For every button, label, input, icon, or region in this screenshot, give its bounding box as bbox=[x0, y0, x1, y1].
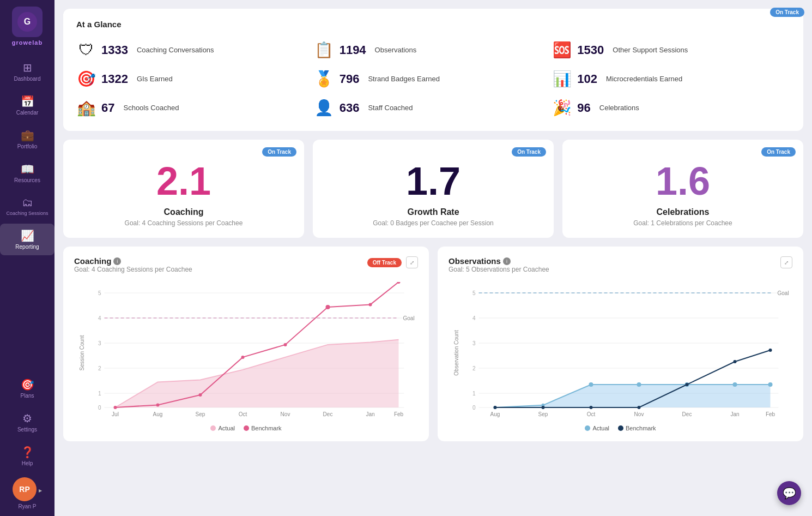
sidebar-item-reporting[interactable]: 📈 Reporting bbox=[0, 224, 54, 255]
settings-icon: ⚙ bbox=[22, 412, 32, 425]
coaching-chart-svg-wrap: Session Count 5 4 Goal 3 2 1 0 bbox=[74, 282, 418, 421]
coaching-chart-header: Coaching i Goal: 4 Coaching Sessions per… bbox=[74, 256, 418, 280]
stat-label: Other Support Sessions bbox=[613, 46, 688, 54]
observations-chart-svg-wrap: Observation Count 5 Goal 4 3 2 1 bbox=[449, 282, 792, 421]
stat-coaching-conversations: 🛡 1333 Coaching Conversations bbox=[76, 38, 314, 62]
sidebar: G growelab ⊞ Dashboard 📅 Calendar 💼 Port… bbox=[0, 0, 54, 516]
avatar[interactable]: RP bbox=[13, 477, 37, 501]
svg-text:G: G bbox=[24, 17, 31, 26]
metric-goal-growth-rate: Goal: 0 Badges per Coachee per Session bbox=[324, 219, 543, 227]
svg-text:Session Count: Session Count bbox=[79, 335, 85, 370]
svg-text:Oct: Oct bbox=[239, 411, 247, 417]
sidebar-item-resources[interactable]: 📖 Resources bbox=[0, 157, 54, 189]
svg-text:Oct: Oct bbox=[587, 411, 596, 417]
logo[interactable]: G bbox=[12, 7, 43, 37]
svg-text:Jul: Jul bbox=[112, 411, 119, 417]
svg-text:Nov: Nov bbox=[281, 411, 290, 417]
stat-number: 1530 bbox=[577, 43, 604, 57]
plans-icon: 🎯 bbox=[21, 378, 34, 391]
metric-value-growth-rate: 1.7 bbox=[324, 161, 543, 201]
observations-icon: 📋 bbox=[314, 41, 334, 59]
strand-badges-icon: 🏅 bbox=[314, 70, 334, 88]
metric-card-celebrations: On Track 1.6 Celebrations Goal: 1 Celebr… bbox=[562, 140, 803, 238]
stat-label: Strand Badges Earned bbox=[368, 75, 440, 83]
stat-number: 1322 bbox=[101, 72, 128, 86]
celebrations-icon: 🎉 bbox=[552, 99, 572, 117]
stat-staff-coached: 👤 636 Staff Coached bbox=[314, 95, 553, 120]
svg-point-66 bbox=[686, 383, 689, 386]
stat-label: Celebrations bbox=[599, 104, 639, 112]
svg-text:5: 5 bbox=[472, 290, 476, 296]
coaching-chart-badges: Off Track ⤢ bbox=[367, 256, 418, 268]
stat-other-support: 🆘 1530 Other Support Sessions bbox=[552, 38, 790, 62]
off-track-badge: Off Track bbox=[367, 258, 402, 267]
svg-point-28 bbox=[241, 356, 245, 359]
on-track-badge-obs: On Track bbox=[770, 8, 804, 17]
observations-chart-legend: Actual Benchmark bbox=[449, 425, 792, 431]
svg-point-29 bbox=[284, 343, 287, 346]
coaching-chart-legend: Actual Benchmark bbox=[74, 425, 418, 431]
stat-number: 96 bbox=[577, 101, 590, 115]
svg-point-27 bbox=[199, 393, 202, 397]
svg-point-25 bbox=[114, 406, 117, 409]
svg-text:Observation Count: Observation Count bbox=[453, 330, 459, 376]
svg-text:Dec: Dec bbox=[323, 411, 333, 417]
stat-number: 1194 bbox=[340, 43, 366, 57]
actual-dot bbox=[210, 425, 216, 431]
stat-label: Coaching Conversations bbox=[137, 46, 214, 54]
svg-point-64 bbox=[590, 406, 593, 409]
stat-label: Schools Coached bbox=[123, 104, 179, 112]
svg-text:Feb: Feb bbox=[394, 411, 404, 417]
svg-text:Dec: Dec bbox=[682, 411, 692, 417]
svg-text:2: 2 bbox=[472, 365, 476, 371]
svg-point-58 bbox=[637, 382, 641, 387]
coaching-chart-title: Coaching bbox=[74, 256, 111, 266]
metric-name-growth-rate: Growth Rate bbox=[324, 207, 543, 217]
expand-coaching-chart-button[interactable]: ⤢ bbox=[406, 256, 418, 268]
observations-chart-card: Observations i Goal: 5 Observations per … bbox=[438, 247, 803, 441]
help-icon: ❓ bbox=[21, 446, 34, 459]
metric-name-celebrations: Celebrations bbox=[573, 207, 792, 217]
sidebar-item-portfolio[interactable]: 💼 Portfolio bbox=[0, 123, 54, 155]
observations-chart-svg: Observation Count 5 Goal 4 3 2 1 bbox=[449, 282, 792, 418]
obs-actual-area bbox=[495, 385, 771, 407]
legend-obs-actual: Actual bbox=[585, 425, 609, 431]
expand-observations-chart-button[interactable]: ⤢ bbox=[780, 256, 792, 268]
sidebar-item-dashboard[interactable]: ⊞ Dashboard bbox=[0, 56, 54, 87]
coaching-chart-card: Coaching i Goal: 4 Coaching Sessions per… bbox=[63, 247, 429, 441]
svg-point-65 bbox=[638, 406, 641, 409]
obs-benchmark-dot bbox=[618, 425, 623, 431]
svg-text:4: 4 bbox=[98, 315, 101, 321]
schools-coached-icon: 🏫 bbox=[76, 99, 96, 117]
sidebar-item-coaching-sessions[interactable]: 🗂 Coaching Sessions bbox=[0, 191, 54, 221]
observations-info-icon[interactable]: i bbox=[503, 257, 511, 265]
svg-text:2: 2 bbox=[98, 365, 101, 371]
stat-number: 102 bbox=[577, 72, 597, 86]
coaching-info-icon[interactable]: i bbox=[113, 257, 121, 265]
sidebar-item-settings[interactable]: ⚙ Settings bbox=[0, 406, 54, 438]
stat-number: 636 bbox=[340, 101, 360, 115]
sidebar-item-calendar[interactable]: 📅 Calendar bbox=[0, 89, 54, 121]
metric-name-coaching: Coaching bbox=[74, 207, 293, 217]
sidebar-item-plans[interactable]: 🎯 Plans bbox=[0, 373, 54, 404]
stats-grid: 🛡 1333 Coaching Conversations 📋 1194 Obs… bbox=[76, 38, 790, 120]
stat-observations: 📋 1194 Observations bbox=[314, 38, 553, 62]
coaching-chart-subtitle: Goal: 4 Coaching Sessions per Coachee bbox=[74, 266, 192, 273]
metric-value-coaching: 2.1 bbox=[74, 161, 293, 201]
resources-icon: 📖 bbox=[21, 163, 34, 176]
on-track-badge: On Track bbox=[761, 147, 796, 157]
stat-celebrations: 🎉 96 Celebrations bbox=[552, 95, 790, 120]
observations-chart-header: Observations i Goal: 5 Observations per … bbox=[449, 256, 792, 280]
legend-benchmark: Benchmark bbox=[244, 425, 282, 431]
sidebar-item-help[interactable]: ❓ Help bbox=[0, 440, 54, 472]
svg-point-30 bbox=[326, 305, 330, 309]
user-name: Ryan P bbox=[19, 503, 37, 509]
svg-point-60 bbox=[733, 382, 737, 387]
stat-label: GIs Earned bbox=[137, 75, 173, 83]
at-a-glance-title: At a Glance bbox=[76, 20, 790, 29]
svg-text:5: 5 bbox=[98, 290, 101, 296]
legend-obs-benchmark: Benchmark bbox=[618, 425, 656, 431]
stat-number: 1333 bbox=[101, 43, 128, 57]
reporting-icon: 📈 bbox=[21, 229, 34, 242]
chat-fab-button[interactable]: 💬 bbox=[777, 481, 801, 505]
